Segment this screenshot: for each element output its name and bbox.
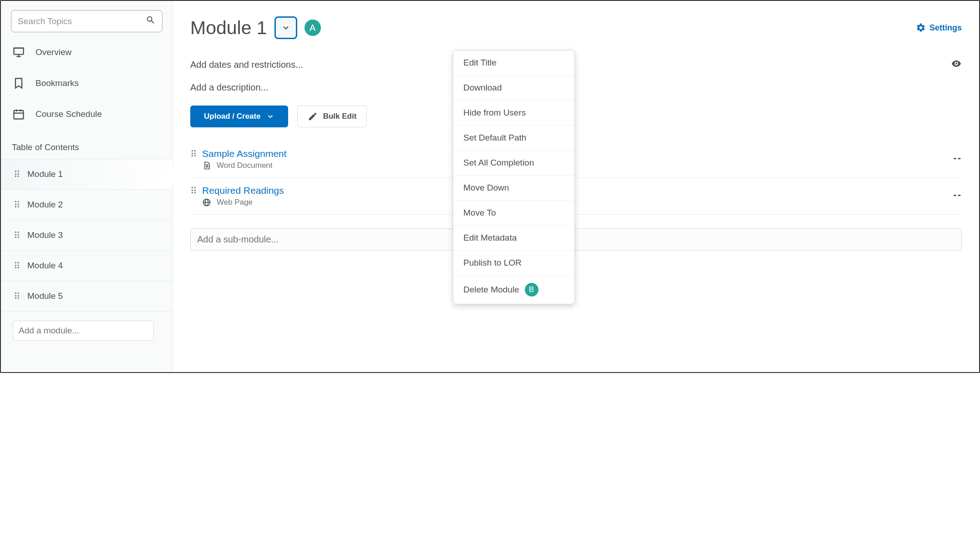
menu-label: Download (463, 83, 502, 93)
toc-header[interactable]: Table of Contents (1, 130, 173, 159)
content-title-col: Sample Assignment Word Document (202, 148, 287, 170)
bookmark-icon (12, 77, 25, 90)
nav-bookmarks[interactable]: Bookmarks (1, 68, 173, 99)
menu-label: Set All Completion (463, 158, 534, 168)
dates-text[interactable]: Add dates and restrictions... (190, 60, 303, 70)
toc-item-label: Module 3 (27, 230, 63, 240)
content-title-col: Required Readings Web Page (202, 185, 284, 207)
content-type: Web Page (202, 198, 284, 207)
menu-edit-title[interactable]: Edit Title (453, 50, 574, 76)
menu-set-all-completion[interactable]: Set All Completion (453, 151, 574, 176)
header-row: Module 1 A Settings (190, 16, 962, 39)
content-item-left: Required Readings Web Page (190, 185, 284, 207)
content-type: Word Document (202, 161, 287, 170)
search-box[interactable] (11, 10, 162, 32)
chevron-down-icon (281, 23, 290, 32)
drag-handle-icon[interactable] (14, 170, 19, 178)
nav-schedule[interactable]: Course Schedule (1, 99, 173, 130)
drag-handle-icon[interactable] (14, 262, 19, 270)
menu-download[interactable]: Download (453, 76, 574, 101)
toc-item-module-5[interactable]: Module 5 (1, 281, 173, 312)
menu-edit-metadata[interactable]: Edit Metadata (453, 226, 574, 251)
menu-label: Publish to LOR (463, 258, 522, 268)
chevron-down-icon (266, 112, 274, 121)
drag-handle-icon[interactable] (14, 231, 19, 239)
content-status: -- (953, 185, 962, 201)
menu-delete-module[interactable]: Delete Module B (453, 276, 574, 304)
add-submodule-input[interactable] (190, 228, 962, 251)
dates-row: Add dates and restrictions... (190, 58, 962, 71)
add-module-container (1, 312, 173, 345)
content-list: Sample Assignment Word Document -- Requi… (190, 141, 962, 215)
description-text[interactable]: Add a description... (190, 82, 962, 93)
add-module-input[interactable] (13, 321, 154, 341)
nav-label: Overview (36, 47, 71, 57)
drag-handle-icon[interactable] (190, 187, 196, 195)
content-item-left: Sample Assignment Word Document (190, 148, 287, 170)
settings-link[interactable]: Settings (916, 23, 962, 33)
gear-icon (916, 23, 926, 33)
bulk-edit-button[interactable]: Bulk Edit (297, 106, 367, 127)
upload-create-button[interactable]: Upload / Create (190, 106, 288, 127)
search-input[interactable] (18, 16, 146, 26)
toc-item-label: Module 5 (27, 291, 63, 301)
menu-label: Move To (463, 208, 496, 218)
callout-badge-b: B (525, 283, 538, 297)
menu-label: Hide from Users (463, 108, 526, 118)
menu-label: Edit Metadata (463, 233, 517, 243)
toc-item-module-1[interactable]: Module 1 (1, 159, 173, 190)
app-frame: Overview Bookmarks Course Schedule Table… (0, 0, 980, 373)
toc-item-label: Module 1 (27, 169, 63, 179)
drag-handle-icon[interactable] (14, 201, 19, 209)
visibility-icon[interactable] (951, 58, 962, 71)
content-type-label: Word Document (217, 161, 273, 170)
callout-badge-a: A (305, 20, 321, 36)
search-icon[interactable] (146, 15, 156, 27)
drag-handle-icon[interactable] (14, 292, 19, 300)
sidebar: Overview Bookmarks Course Schedule Table… (1, 1, 173, 372)
button-label: Bulk Edit (323, 112, 357, 121)
menu-publish-to-lor[interactable]: Publish to LOR (453, 251, 574, 276)
content-type-label: Web Page (217, 198, 253, 207)
menu-label: Set Default Path (463, 133, 526, 143)
menu-move-down[interactable]: Move Down (453, 176, 574, 201)
menu-hide-from-users[interactable]: Hide from Users (453, 101, 574, 126)
edit-icon (308, 111, 318, 121)
title-row: Module 1 A (190, 16, 321, 39)
presentation-icon (12, 46, 25, 59)
main-content: Module 1 A Settings Add dates and restri… (173, 1, 979, 372)
menu-label: Delete Module (463, 285, 519, 295)
content-title-link[interactable]: Required Readings (202, 185, 284, 196)
drag-handle-icon[interactable] (190, 150, 196, 158)
toc-item-module-3[interactable]: Module 3 (1, 220, 173, 251)
button-label: Upload / Create (204, 112, 261, 121)
nav-label: Course Schedule (36, 109, 102, 119)
content-item: Sample Assignment Word Document -- (190, 141, 962, 178)
page-title: Module 1 (190, 17, 267, 39)
module-actions-menu: Edit Title Download Hide from Users Set … (453, 50, 575, 304)
svg-rect-4 (14, 111, 24, 119)
menu-set-default-path[interactable]: Set Default Path (453, 126, 574, 151)
toc-item-module-4[interactable]: Module 4 (1, 251, 173, 281)
calendar-icon (12, 108, 25, 121)
menu-label: Edit Title (463, 58, 497, 68)
menu-move-to[interactable]: Move To (453, 201, 574, 226)
action-row: Upload / Create Bulk Edit (190, 106, 962, 127)
content-item: Required Readings Web Page -- (190, 178, 962, 215)
nav-overview[interactable]: Overview (1, 37, 173, 68)
menu-label: Move Down (463, 183, 509, 193)
content-status: -- (953, 148, 962, 164)
toc-item-module-2[interactable]: Module 2 (1, 190, 173, 220)
globe-icon (202, 198, 211, 207)
nav-label: Bookmarks (36, 78, 79, 88)
search-container (1, 10, 173, 37)
toc-item-label: Module 2 (27, 200, 63, 210)
svg-rect-0 (14, 48, 24, 55)
toc-item-label: Module 4 (27, 261, 63, 271)
content-title-link[interactable]: Sample Assignment (202, 148, 287, 159)
add-submodule-container (190, 228, 962, 251)
module-actions-dropdown-toggle[interactable] (274, 16, 297, 39)
settings-label: Settings (929, 23, 962, 33)
document-icon (202, 161, 211, 170)
